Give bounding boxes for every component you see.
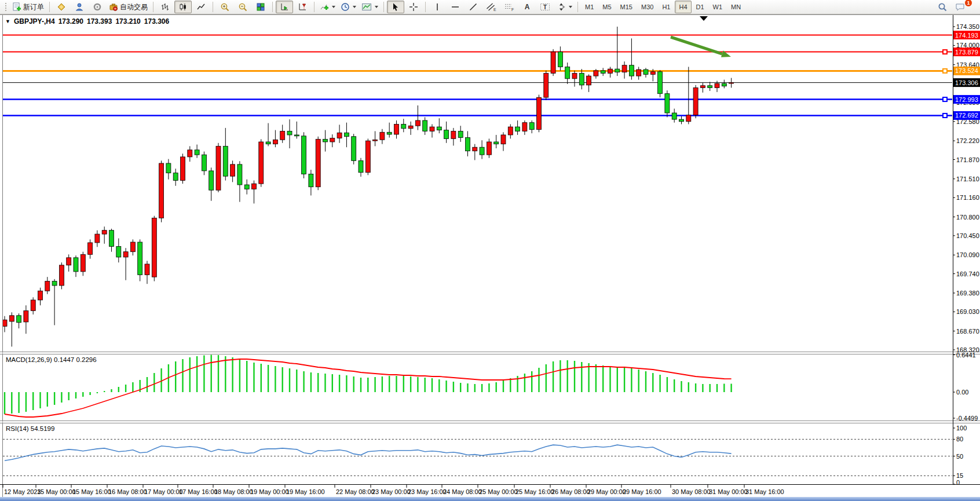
- candle-down: [437, 127, 441, 130]
- price-tick-label: 170.090: [956, 251, 979, 258]
- candle-down: [579, 74, 584, 85]
- candle-up: [572, 74, 577, 79]
- line-handle: [943, 114, 947, 118]
- price-tick-label: 171.510: [956, 175, 979, 182]
- candle-down: [444, 130, 449, 139]
- mt4-window: 新订单: [0, 0, 980, 501]
- candle-up: [259, 142, 264, 184]
- candle-up: [686, 115, 691, 122]
- candle-up: [608, 69, 613, 73]
- candle-up: [508, 127, 513, 135]
- rsi-indicator-label: RSI(14) 54.5199: [6, 425, 54, 432]
- price-tick-label: 170.800: [956, 214, 979, 221]
- candle-up: [2, 320, 7, 326]
- time-tick-label: 17 May 00:00: [144, 488, 183, 495]
- candle-down: [287, 131, 292, 134]
- candle-up: [487, 142, 491, 155]
- price-tick-label: 169.030: [956, 308, 979, 315]
- price-tick-label: 171.870: [956, 156, 979, 163]
- candle-up: [430, 127, 434, 131]
- macd-tick-label: 0.6441: [956, 352, 976, 359]
- candle-up: [637, 70, 641, 76]
- window-bottom-strip: [0, 497, 980, 501]
- candle-up: [81, 254, 85, 272]
- candle-up: [408, 126, 413, 129]
- candle-down: [266, 142, 270, 144]
- candle-down: [294, 135, 299, 136]
- macd-signal-value: 0.2296: [76, 356, 96, 363]
- candle-up: [394, 124, 399, 134]
- candle-up: [729, 83, 734, 83]
- candle-up: [380, 132, 385, 140]
- candle-up: [252, 184, 257, 189]
- price-badge-label: 174.193: [955, 32, 978, 39]
- macd-main-value: 0.1447: [54, 356, 74, 363]
- candle-down: [195, 150, 199, 155]
- candle-up: [273, 140, 277, 144]
- macd-name: MACD(12,26,9): [6, 356, 52, 363]
- candle-down: [166, 163, 171, 173]
- rsi-name: RSI(14): [6, 425, 29, 432]
- candle-up: [181, 157, 185, 181]
- time-tick-label: 15 May 16:00: [72, 488, 111, 495]
- candle-down: [558, 52, 562, 67]
- candle-down: [237, 164, 242, 185]
- candle-down: [173, 173, 178, 181]
- time-tick-label: 19 May 00:00: [250, 488, 289, 495]
- candle-down: [387, 132, 392, 134]
- candle-down: [109, 231, 114, 247]
- rsi-value: 54.5199: [31, 425, 55, 432]
- chart-canvas[interactable]: 174.350174.000173.640172.930172.580172.2…: [0, 0, 980, 501]
- candle-down: [629, 65, 634, 76]
- macd-tick-label: -0.4499: [956, 415, 978, 422]
- candle-up: [88, 243, 93, 254]
- time-tick-label: 17 May 16:00: [179, 488, 218, 495]
- candle-down: [708, 86, 712, 88]
- price-badge-label: 173.306: [955, 79, 978, 86]
- candle-down: [359, 160, 363, 172]
- time-tick-label: 12 May 2023: [4, 488, 41, 495]
- candle-down: [722, 83, 726, 86]
- candle-down: [202, 155, 206, 171]
- candle-up: [216, 146, 221, 190]
- candle-up: [544, 74, 548, 98]
- candle-up: [700, 86, 705, 88]
- candle-up: [159, 163, 164, 218]
- chart-title: ▼ GBPJPY-,H4 173.290 173.393 173.210 173…: [5, 17, 169, 25]
- time-tick-label: 26 May 08:00: [551, 488, 590, 495]
- candle-up: [337, 133, 342, 138]
- candle-up: [38, 291, 43, 300]
- candle-up: [330, 138, 335, 141]
- candle-down: [223, 146, 228, 176]
- time-tick-label: 18 May 08:00: [214, 488, 253, 495]
- candle-down: [529, 123, 534, 130]
- candle-up: [373, 140, 378, 141]
- candle-down: [209, 171, 214, 190]
- time-tick-label: 23 May 16:00: [408, 488, 447, 495]
- price-badge-label: 172.993: [955, 96, 978, 103]
- candle-down: [138, 242, 142, 275]
- candle-up: [594, 71, 598, 76]
- price-badge-label: 172.692: [955, 112, 978, 119]
- candle-down: [679, 119, 684, 122]
- candle-down: [466, 138, 470, 151]
- chart-collapse-button[interactable]: ▼: [5, 19, 10, 24]
- candle-down: [615, 69, 620, 72]
- time-tick-label: 15 May 00:00: [37, 488, 76, 495]
- line-handle: [943, 50, 947, 54]
- candle-down: [480, 147, 484, 155]
- candle-up: [45, 281, 50, 291]
- time-tick-label: 25 May 16:00: [515, 488, 554, 495]
- ohlc-high: 173.393: [87, 17, 112, 25]
- price-tick-label: 169.740: [956, 270, 979, 277]
- candle-up: [650, 72, 655, 75]
- candle-down: [352, 137, 356, 161]
- candle-down: [401, 124, 406, 128]
- candle-up: [145, 264, 149, 275]
- candle-up: [130, 242, 135, 252]
- candle-down: [601, 71, 605, 74]
- candle-down: [494, 142, 499, 144]
- time-tick-label: 19 May 16:00: [286, 488, 325, 495]
- candle-down: [344, 133, 349, 136]
- time-tick-label: 22 May 08:00: [336, 488, 375, 495]
